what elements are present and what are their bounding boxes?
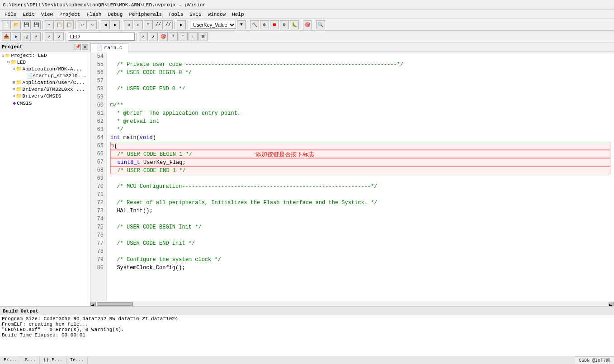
tb2-arrow-up[interactable]: ↑ — [179, 32, 188, 41]
tree-item[interactable]: ⊞📁Drivers/CMSIS — [0, 93, 90, 99]
start-debug-btn[interactable]: ▶ — [12, 32, 21, 41]
load-btn[interactable]: 📥 — [2, 32, 11, 41]
tb2-btn4[interactable]: ⚡ — [32, 32, 41, 41]
target-combo[interactable]: UserKey_Value — [190, 21, 236, 29]
outdent-btn[interactable]: ⇤ — [134, 20, 143, 29]
rebuild-btn[interactable]: ⚙ — [260, 20, 269, 29]
sep3 — [99, 21, 99, 29]
code-line: /* USER CODE BEGIN 1 */添加按键是否按下标志 — [110, 150, 610, 158]
code-line: int main(void) — [110, 134, 610, 142]
tb2-ok[interactable]: ✓ — [139, 32, 148, 41]
code-line: * @retval int — [110, 117, 610, 126]
dropdown-btn[interactable]: ▼ — [237, 20, 246, 29]
redo-btn[interactable]: ↪ — [88, 20, 97, 29]
tb2-target[interactable]: 🎯 — [159, 32, 168, 41]
undo-btn[interactable]: ↩ — [78, 20, 87, 29]
tree-item[interactable]: 📄startup_stm32l0... — [0, 72, 90, 79]
tree-item[interactable]: ⊟ 📁Project: LED — [0, 52, 90, 59]
tree-item[interactable]: ⊞📁Application/User/C... — [0, 79, 90, 86]
indent-btn[interactable]: ⇥ — [124, 20, 133, 29]
code-editor[interactable]: 5455565758596061626364656667686970717273… — [90, 52, 614, 301]
stop-btn[interactable]: ⏹ — [270, 20, 279, 29]
menu-item-svcs[interactable]: SVCS — [187, 11, 204, 18]
project-panel-title: Project — [2, 44, 23, 50]
panel-pin-btn[interactable]: 📌 — [75, 44, 81, 50]
expand-icon: ⊞ — [13, 80, 15, 85]
file-indent — [24, 73, 27, 79]
tb2-check[interactable]: ✓ — [45, 32, 54, 41]
line-number: 71 — [92, 191, 104, 199]
build-output-content: Program Size: Code=3056 RO-data=252 RW-d… — [0, 315, 614, 356]
panel-close-btn[interactable]: ✕ — [82, 44, 88, 50]
run-btn[interactable]: ▶ — [177, 20, 186, 29]
scroll-left-btn[interactable]: ◀ — [90, 302, 96, 306]
sep5 — [175, 21, 175, 29]
tree-label: Drivers/CMSIS — [22, 93, 61, 99]
target-opts-btn[interactable]: 🎯 — [303, 20, 312, 29]
new-btn[interactable]: 📄 — [2, 20, 11, 29]
menu-item-peripherals[interactable]: Peripherals — [126, 11, 165, 18]
debug-btn[interactable]: 🐛 — [290, 20, 299, 29]
menu-item-edit[interactable]: Edit — [20, 11, 37, 18]
scroll-right-btn[interactable]: ▶ — [609, 302, 614, 306]
save-all-btn[interactable]: 💾 — [32, 20, 41, 29]
nav-back-btn[interactable]: ◀ — [101, 20, 110, 29]
sep1 — [43, 21, 43, 29]
bottom-tab[interactable]: S... — [21, 356, 40, 364]
keyword: int — [110, 135, 120, 141]
hscroll-track[interactable] — [96, 302, 609, 306]
comment-btn[interactable]: // — [154, 20, 163, 29]
menu-item-file[interactable]: File — [2, 11, 19, 18]
line-number: 78 — [92, 247, 104, 256]
tree-item[interactable]: ⊟📁LED — [0, 59, 90, 65]
nav-fwd-btn[interactable]: ▶ — [111, 20, 120, 29]
project-name-input[interactable] — [68, 33, 135, 41]
tree-item[interactable]: ⊞📁Drivers/STM32L0xx_... — [0, 86, 90, 93]
tb2-cross2[interactable]: ✗ — [149, 32, 158, 41]
comment-text: /** — [113, 102, 123, 108]
settings-btn[interactable]: ⚙ — [280, 20, 289, 29]
build-btn[interactable]: 🔨 — [250, 20, 259, 29]
tb2-plus[interactable]: + — [169, 32, 178, 41]
tree-item[interactable]: ⊞📁Application/MDK-A... — [0, 65, 90, 72]
build-output-header: Build Output — [0, 307, 614, 315]
search-btn[interactable]: 🔍 — [316, 20, 325, 29]
hscroll-thumb[interactable] — [97, 302, 133, 306]
tree-label: startup_stm32l0... — [33, 73, 87, 79]
menu-item-debug[interactable]: Debug — [105, 11, 125, 18]
bottom-tab[interactable]: {} F... — [40, 356, 66, 364]
comment-text: /* USER CODE BEGIN 0 */ — [110, 70, 192, 76]
save-btn[interactable]: 💾 — [22, 20, 31, 29]
menu-item-help[interactable]: Help — [229, 11, 246, 18]
menu-item-project[interactable]: Project — [57, 11, 83, 18]
menu-item-view[interactable]: View — [38, 11, 56, 18]
project-panel-header: Project 📌 ✕ — [0, 42, 90, 51]
menu-item-flash[interactable]: Flash — [84, 11, 104, 18]
paste-btn[interactable]: 📋 — [65, 20, 74, 29]
bottom-tab[interactable]: Te... — [66, 356, 88, 364]
tab-main-c[interactable]: 📄 main.c — [90, 43, 128, 52]
folder-icon: 📁 — [16, 66, 22, 72]
cut-btn[interactable]: ✂ — [45, 20, 54, 29]
tb2-grid[interactable]: ⊞ — [198, 32, 208, 41]
tree-item[interactable]: ◆CMSIS — [0, 99, 90, 107]
code-line — [110, 93, 610, 101]
status-text: CSDN @IoT7凯 — [579, 357, 610, 364]
app: C:\Users\DELL\Desktop\cubemx\LanQB\LED\M… — [0, 0, 614, 364]
menu-item-window[interactable]: Window — [205, 11, 229, 18]
comment-text: /* Reset of all peripherals, Initializes… — [110, 200, 378, 206]
comment-text: * @retval int — [110, 118, 159, 125]
hscrollbar[interactable]: ◀ ▶ — [90, 301, 614, 306]
build-output-title: Build Output — [3, 308, 38, 314]
uncomment-btn[interactable]: // — [164, 20, 173, 29]
line-number: 65 — [92, 142, 104, 150]
tb2-arrow-dn[interactable]: ↓ — [189, 32, 198, 41]
project-icon: 📁 — [5, 53, 10, 58]
menu-item-tools[interactable]: Tools — [165, 11, 186, 18]
format-btn[interactable]: ≡ — [144, 20, 153, 29]
copy-btn[interactable]: 📋 — [55, 20, 64, 29]
open-btn[interactable]: 📂 — [12, 20, 21, 29]
tb2-btn3[interactable]: 📊 — [22, 32, 31, 41]
tb2-cross[interactable]: ✗ — [55, 32, 64, 41]
bottom-tab[interactable]: Pr... — [0, 356, 21, 364]
